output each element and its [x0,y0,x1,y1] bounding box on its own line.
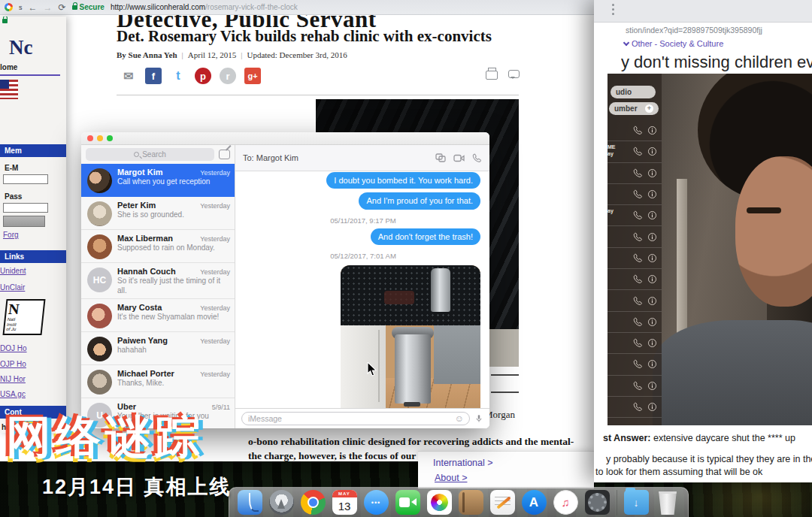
link-doj[interactable]: DOJ Ho [0,344,27,352]
phone-icon[interactable] [633,402,643,412]
link-nij[interactable]: NIJ Hor [0,375,26,383]
email-field[interactable] [3,174,48,184]
answer-text: to look for them assuming that will be o… [595,467,762,477]
phone-icon[interactable] [633,168,643,178]
dock-system-preferences[interactable] [585,490,610,515]
info-icon[interactable] [647,125,657,135]
link-ojp[interactable]: OJP Ho [0,360,26,368]
social-pinterest-icon[interactable]: p [195,68,211,84]
dock-app-store[interactable] [522,490,547,515]
info-icon[interactable] [647,210,657,220]
conversation-row[interactable]: Max Liberman Yesterday Supposed to rain … [81,230,235,263]
info-icon[interactable] [647,168,657,178]
info-icon[interactable] [647,317,657,327]
address-bar[interactable]: stion/index?qid=289897509tjk395890fjj [626,26,762,35]
phone-icon[interactable] [633,147,643,156]
dock-downloads[interactable] [624,490,649,515]
audio-button[interactable]: udio [611,86,656,98]
zoom-button[interactable] [107,135,113,141]
call-row [607,290,662,311]
print-icon[interactable] [486,71,498,80]
emoji-icon[interactable]: ☺ [455,413,464,424]
info-icon[interactable] [647,402,657,412]
minimize-button[interactable] [97,135,103,141]
compose-icon[interactable] [219,150,230,159]
dock-messages[interactable] [364,490,389,515]
password-field[interactable] [3,203,48,213]
forward-icon[interactable]: → [44,3,53,12]
link-usa[interactable]: USA.gc [0,390,26,398]
link-unidentified[interactable]: Unident [0,267,26,275]
back-icon[interactable]: ← [29,3,38,12]
phone-icon[interactable] [633,274,643,284]
info-icon[interactable] [647,338,657,348]
link-unclaimed[interactable]: UnClair [0,283,25,292]
dock-launchpad[interactable] [269,490,294,515]
phone-icon[interactable] [633,253,643,263]
footer-link-international[interactable]: International > [433,458,493,468]
reload-icon[interactable]: ⟳ [59,3,66,12]
add-number-button[interactable]: umber+ [609,102,659,115]
nav-home-link[interactable]: lome [0,63,60,76]
secure-badge[interactable]: Secure [72,3,105,11]
phone-icon[interactable] [633,189,643,199]
audio-call-icon[interactable] [472,153,482,163]
conversation-row[interactable]: Margot Kim Yesterday Call when you get r… [81,164,235,197]
dock-contacts[interactable] [459,490,483,515]
info-icon[interactable] [647,381,657,391]
forgot-password-link[interactable]: Forg [3,231,19,239]
conversation-row[interactable]: Peter Kim Yesterday She is so grounded. [81,197,235,230]
info-icon[interactable] [647,296,657,306]
info-icon[interactable] [647,189,657,199]
social-googleplus-icon[interactable]: g+ [244,68,261,84]
close-button[interactable] [87,135,93,141]
dock-calendar[interactable]: MAY 13 [332,490,357,515]
conversation-row[interactable]: Michael Porter Yesterday Thanks, Mike. [81,365,235,398]
info-icon[interactable] [647,232,657,242]
call-row-label: MEay [607,144,616,157]
menu-kebab-icon[interactable] [612,4,614,15]
conversation-row[interactable]: Paiwen Yang Yesterday hahahah [81,332,235,365]
dock-photos[interactable] [427,490,452,515]
search-input[interactable]: Search [86,148,214,161]
phone-icon[interactable] [633,296,643,306]
social-reddit-icon[interactable]: r [220,68,236,84]
conversation-row[interactable]: HC Hannah Couch Yesterday So it's really… [81,263,235,299]
info-icon[interactable] [647,359,657,369]
browser-tab[interactable]: s [19,4,23,11]
social-twitter-icon[interactable]: t [170,68,186,84]
conversation-row[interactable]: Mary Costa Yesterday It's the new Shyama… [81,299,235,332]
dock-trash[interactable] [656,490,680,515]
footer-link-about[interactable]: About > [435,473,467,483]
info-icon[interactable] [647,147,657,156]
comment-icon[interactable] [508,70,520,78]
login-button[interactable] [3,216,45,227]
messages-titlebar[interactable] [81,132,489,145]
phone-icon[interactable] [633,317,643,327]
breadcrumb[interactable]: Other - Society & Culture [624,39,723,48]
message-list[interactable]: I doubt you bombed it. You work hard.And… [235,171,489,408]
dock-chrome[interactable] [301,490,326,515]
social-email-icon[interactable]: ✉ [120,68,137,84]
dock-finder[interactable] [238,490,262,515]
info-icon[interactable] [647,253,657,263]
photo-message-kitchen[interactable] [341,265,480,408]
phone-icon[interactable] [633,210,643,220]
phone-icon[interactable] [633,232,643,242]
phone-icon[interactable] [633,381,643,391]
phone-icon[interactable] [633,359,643,369]
message-input[interactable]: iMessage ☺ [241,412,470,425]
phone-icon[interactable] [633,125,643,135]
dock-facetime[interactable] [395,490,420,515]
conversation-name: Mary Costa [117,303,162,312]
social-facebook-icon[interactable]: f [145,68,162,84]
info-icon[interactable] [647,274,657,284]
phone-icon[interactable] [633,338,643,348]
video-call-icon[interactable] [453,154,465,162]
dock-itunes[interactable] [553,490,578,515]
address-bar[interactable]: http://www.siliconherald.com/rosemary-vi… [111,3,298,11]
browser-toolbar[interactable]: s ← → ⟳ Secure http://www.siliconherald.… [0,0,618,15]
screen-share-icon[interactable] [435,153,446,162]
dock-notes[interactable] [490,490,515,515]
mic-icon[interactable] [474,413,483,424]
